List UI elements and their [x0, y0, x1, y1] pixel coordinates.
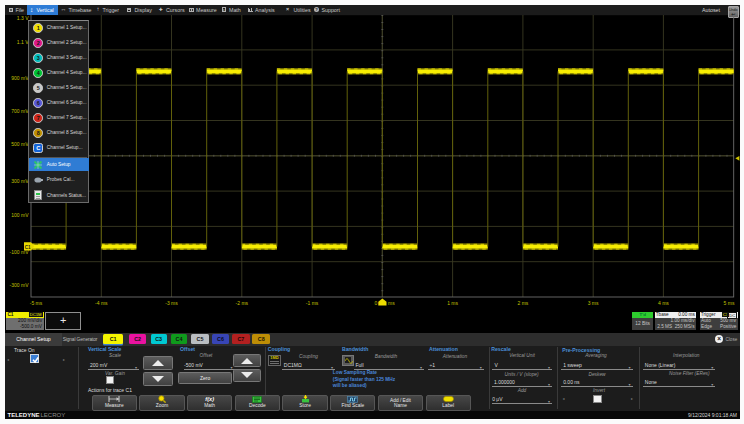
svg-text:-2 ms: -2 ms	[236, 300, 249, 306]
svg-text:900 mV: 900 mV	[11, 75, 29, 81]
svg-text:-300 mV: -300 mV	[10, 282, 30, 288]
svg-text:3 ms: 3 ms	[588, 300, 599, 306]
svg-text:-1 ms: -1 ms	[306, 300, 319, 306]
svg-text:0: 0	[375, 300, 378, 306]
svg-text:100 mV: 100 mV	[11, 212, 29, 218]
svg-text:1.1 V: 1.1 V	[17, 39, 29, 45]
svg-text:700 mV: 700 mV	[11, 108, 29, 114]
svg-text:-3 ms: -3 ms	[165, 300, 178, 306]
svg-text:2 ms: 2 ms	[517, 300, 528, 306]
svg-text:300 mV: 300 mV	[11, 178, 29, 184]
svg-text:ms: ms	[388, 300, 395, 306]
svg-text:-4 ms: -4 ms	[95, 300, 108, 306]
svg-text:C1: C1	[25, 245, 31, 250]
svg-text:5 ms: 5 ms	[724, 300, 735, 306]
svg-text:-5 ms: -5 ms	[30, 300, 43, 306]
svg-text:1.3 V: 1.3 V	[17, 15, 29, 21]
svg-text:4 ms: 4 ms	[658, 300, 669, 306]
svg-text:500 mV: 500 mV	[11, 141, 29, 147]
svg-text:1 ms: 1 ms	[447, 300, 458, 306]
